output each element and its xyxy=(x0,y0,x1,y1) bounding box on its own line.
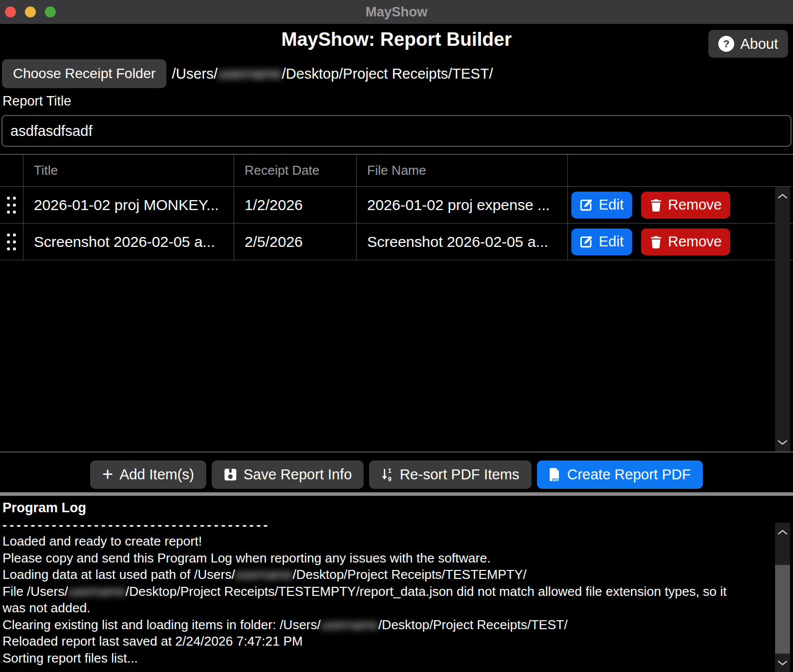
log-text: File /Users/ xyxy=(2,584,68,599)
row-actions: Edit Remove xyxy=(568,224,793,260)
report-items-table: Title Receipt Date File Name 2026-01-02 … xyxy=(0,154,793,452)
edit-button-label: Edit xyxy=(599,197,624,213)
table-row: Screenshot 2026-02-05 a... 2/5/2026 Scre… xyxy=(0,224,793,260)
plus-icon: + xyxy=(102,465,113,483)
remove-button-label: Remove xyxy=(668,197,722,213)
edit-button[interactable]: Edit xyxy=(571,228,632,255)
table-row: 2026-01-02 proj MONKEY... 1/2/2026 2026-… xyxy=(0,187,793,224)
pencil-square-icon xyxy=(580,235,593,248)
program-log-title: Program Log xyxy=(2,500,793,517)
svg-text:9: 9 xyxy=(388,476,392,482)
report-title-input[interactable] xyxy=(1,115,792,147)
add-items-label: Add Item(s) xyxy=(120,466,194,483)
page-title: MayShow: Report Builder xyxy=(0,29,793,50)
scroll-up-arrow-icon[interactable] xyxy=(775,190,790,203)
receipt-folder-path: /Users/username/Desktop/Project Receipts… xyxy=(172,59,493,88)
log-line: -------------------------------------- xyxy=(2,517,793,534)
log-text: Please copy and send this Program Log wh… xyxy=(2,551,491,565)
log-redacted: username xyxy=(321,617,379,632)
remove-button-label: Remove xyxy=(668,233,722,250)
header-receipt-date: Receipt Date xyxy=(234,155,357,186)
sort-numeric-down-icon: 1 9 xyxy=(381,467,393,482)
edit-button[interactable]: Edit xyxy=(571,192,632,219)
log-text: -------------------------------------- xyxy=(2,517,270,532)
table-scrollbar[interactable] xyxy=(775,187,790,451)
header-file-name: File Name xyxy=(357,155,568,186)
log-line: File /Users/username/Desktop/Project Rec… xyxy=(2,583,793,617)
log-text: Reloaded report last saved at 2/24/2026 … xyxy=(2,634,303,649)
row-actions: Edit Remove xyxy=(568,187,793,223)
log-text: Loading data at last used path of /Users… xyxy=(2,567,235,582)
scroll-down-arrow-icon[interactable] xyxy=(775,656,790,669)
log-text: Clearing existing list and loading items… xyxy=(2,617,321,632)
create-report-pdf-button[interactable]: PDF Create Report PDF xyxy=(537,460,703,489)
remove-button[interactable]: Remove xyxy=(641,228,730,255)
row-receipt-date: 1/2/2026 xyxy=(234,187,357,223)
resort-pdf-items-label: Re-sort PDF Items xyxy=(399,466,519,483)
log-line: Loading data at last used path of /Users… xyxy=(2,566,793,583)
section-divider xyxy=(0,492,793,496)
grip-dots-icon xyxy=(6,196,17,215)
choose-receipt-folder-button[interactable]: Choose Receipt Folder xyxy=(2,59,166,88)
row-title: Screenshot 2026-02-05 a... xyxy=(23,224,234,260)
header-handle-column xyxy=(0,155,23,186)
scroll-down-arrow-icon[interactable] xyxy=(775,436,790,448)
create-report-pdf-label: Create Report PDF xyxy=(567,466,691,483)
row-title: 2026-01-02 proj MONKEY... xyxy=(23,187,234,223)
save-report-info-label: Save Report Info xyxy=(244,466,352,483)
log-line: Sorting report files list... xyxy=(2,650,793,667)
trash-icon xyxy=(650,235,662,248)
program-log: Program Log ----------------------------… xyxy=(2,497,793,667)
row-file-name: Screenshot 2026-02-05 a... xyxy=(357,224,568,260)
svg-text:1: 1 xyxy=(388,467,392,474)
log-line: Please copy and send this Program Log wh… xyxy=(2,550,793,567)
log-line: Loaded and ready to create report! xyxy=(2,533,793,550)
app-window: MayShow MayShow: Report Builder ? About … xyxy=(0,0,793,672)
log-text: /Desktop/Project Receipts/TEST/ xyxy=(378,617,567,632)
svg-text:PDF: PDF xyxy=(552,477,561,482)
log-line: Reloaded report last saved at 2/24/2026 … xyxy=(2,633,793,650)
about-button[interactable]: ? About xyxy=(708,30,788,58)
table-header-row: Title Receipt Date File Name xyxy=(0,155,793,187)
grip-dots-icon xyxy=(6,232,17,251)
add-items-button[interactable]: + Add Item(s) xyxy=(90,460,206,489)
scroll-up-arrow-icon[interactable] xyxy=(775,526,790,539)
folder-path-redacted: username xyxy=(218,66,282,82)
log-text: Loaded and ready to create report! xyxy=(2,534,202,549)
folder-path-prefix: /Users/ xyxy=(172,66,218,82)
row-file-name: 2026-01-02 proj expense ... xyxy=(357,187,568,223)
report-title-label: Report Title xyxy=(2,94,71,109)
pdf-file-icon: PDF xyxy=(549,467,561,482)
floppy-disk-icon xyxy=(224,468,237,481)
log-redacted: username xyxy=(235,567,293,582)
log-scrollbar[interactable] xyxy=(775,523,790,672)
folder-path-suffix: /Desktop/Project Receipts/TEST/ xyxy=(282,66,493,82)
actions-toolbar: + Add Item(s) Save Report Info 1 9 Re-so… xyxy=(0,460,793,489)
resort-pdf-items-button[interactable]: 1 9 Re-sort PDF Items xyxy=(369,460,531,489)
header-actions xyxy=(568,155,793,186)
drag-handle[interactable] xyxy=(0,187,23,223)
remove-button[interactable]: Remove xyxy=(641,192,730,219)
scrollbar-thumb[interactable] xyxy=(775,565,790,654)
titlebar: MayShow xyxy=(0,0,793,24)
log-redacted: username xyxy=(68,584,126,599)
about-button-label: About xyxy=(740,36,778,52)
pencil-square-icon xyxy=(580,198,593,212)
trash-icon xyxy=(650,199,662,212)
log-text: /Desktop/Project Receipts/TESTEMPTY/ xyxy=(292,567,527,582)
row-receipt-date: 2/5/2026 xyxy=(234,224,357,260)
log-text: Sorting report files list... xyxy=(2,651,138,666)
edit-button-label: Edit xyxy=(599,233,624,250)
header-title: Title xyxy=(23,155,234,186)
log-line: Clearing existing list and loading items… xyxy=(2,617,793,634)
question-circle-icon: ? xyxy=(718,36,734,52)
titlebar-title: MayShow xyxy=(0,0,793,24)
save-report-info-button[interactable]: Save Report Info xyxy=(212,460,364,489)
drag-handle[interactable] xyxy=(0,224,23,260)
